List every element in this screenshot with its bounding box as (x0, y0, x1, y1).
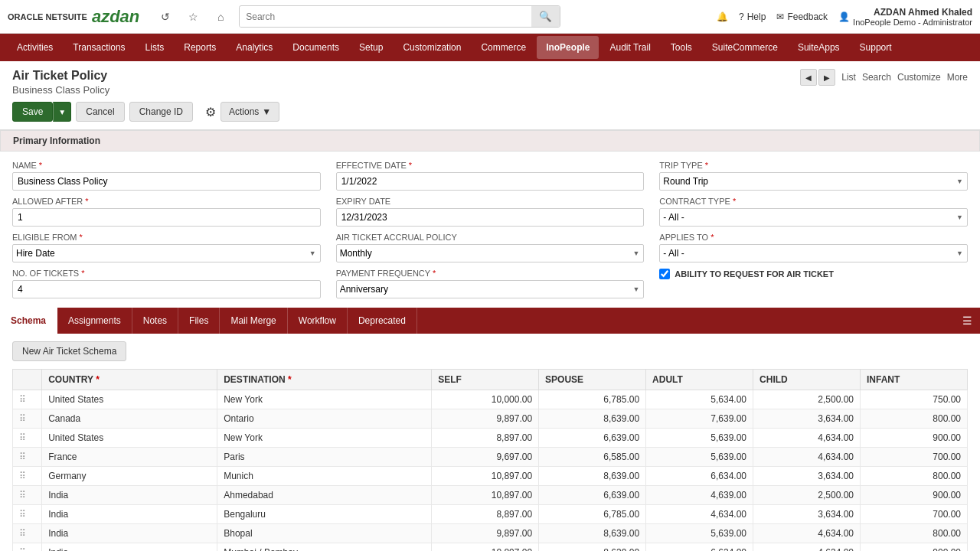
child-cell: 4,634.00 (753, 524, 861, 543)
list-link[interactable]: List (841, 72, 856, 83)
expiry-date-input[interactable] (336, 208, 645, 227)
destination-cell: Munich (217, 467, 432, 486)
eligible-from-select[interactable]: Hire Date Join Date Start Date (12, 244, 321, 262)
cancel-button[interactable]: Cancel (76, 102, 124, 122)
effective-date-label: EFFECTIVE DATE * (336, 161, 645, 170)
adult-cell: 5,639.00 (646, 448, 753, 467)
user-menu[interactable]: 👤 AZDAN Ahmed Khaled InoPeople Demo - Ad… (838, 7, 972, 27)
effective-date-input[interactable] (336, 172, 645, 191)
spouse-cell: 6,639.00 (539, 429, 646, 448)
allowed-after-label: ALLOWED AFTER * (12, 197, 321, 206)
top-bar: ORACLE NETSUITE azdan ↺ ☆ ⌂ 🔍 🔔 ? Help ✉… (0, 0, 980, 34)
nav-reports[interactable]: Reports (175, 36, 225, 59)
contract-type-group: CONTRACT TYPE * - All - Full Time Part T… (659, 197, 968, 227)
new-schema-button[interactable]: New Air Ticket Schema (12, 341, 126, 361)
ability-to-request-label: ABILITY TO REQUEST FOR AIR TICKET (675, 269, 834, 279)
drag-handle[interactable]: ⠿ (13, 524, 42, 543)
home-icon[interactable]: ⌂ (210, 6, 231, 28)
tab-mail-merge[interactable]: Mail Merge (220, 308, 287, 334)
infant-cell: 700.00 (861, 505, 968, 524)
allowed-after-input[interactable] (12, 208, 321, 227)
nav-suiteapps[interactable]: SuiteApps (789, 36, 849, 59)
nav-support[interactable]: Support (851, 36, 901, 59)
feedback-button[interactable]: ✉ Feedback (776, 11, 828, 22)
search-input[interactable] (240, 7, 531, 27)
nav-customization[interactable]: Customization (394, 36, 470, 59)
form-col-1: NAME * ALLOWED AFTER * ELIGIBLE FROM * (12, 161, 321, 298)
nav-setup[interactable]: Setup (350, 36, 392, 59)
search-button[interactable]: 🔍 (531, 6, 560, 27)
self-cell: 9,897.00 (432, 409, 539, 429)
tab-assignments[interactable]: Assignments (57, 308, 132, 334)
save-dropdown-button[interactable]: ▼ (53, 102, 71, 122)
trip-type-select[interactable]: Round Trip One Way (659, 172, 968, 191)
drag-handle[interactable]: ⠿ (13, 467, 42, 486)
destination-cell: New York (217, 429, 432, 448)
adult-cell: 6,634.00 (646, 543, 753, 552)
tab-collapse-button[interactable]: ☰ (955, 310, 980, 331)
drag-handle[interactable]: ⠿ (13, 390, 42, 409)
drag-handle[interactable]: ⠿ (13, 448, 42, 467)
accrual-policy-group: AIR TICKET ACCRUAL POLICY Monthly Quarte… (336, 233, 645, 262)
accrual-policy-select[interactable]: Monthly Quarterly Annually (336, 244, 645, 262)
nav-back-button[interactable]: ◀ (800, 69, 817, 86)
tab-notes[interactable]: Notes (132, 308, 178, 334)
ability-to-request-checkbox[interactable] (659, 269, 670, 279)
page-title: Air Ticket Policy (12, 69, 109, 83)
customize-link[interactable]: Customize (897, 72, 941, 83)
adult-cell: 4,634.00 (646, 505, 753, 524)
drag-handle[interactable]: ⠿ (13, 543, 42, 552)
nav-analytics[interactable]: Analytics (227, 36, 282, 59)
tab-schema[interactable]: Schema (0, 308, 57, 334)
drag-handle[interactable]: ⠿ (13, 505, 42, 524)
drag-handle[interactable]: ⠿ (13, 409, 42, 429)
help-button[interactable]: ? Help (739, 11, 766, 22)
search-link[interactable]: Search (862, 72, 891, 83)
actions-button[interactable]: Actions ▼ (220, 102, 279, 122)
name-input[interactable] (12, 172, 321, 191)
tab-workflow[interactable]: Workflow (288, 308, 348, 334)
country-col-header: COUNTRY * (42, 370, 217, 390)
table-row: ⠿ Germany Munich 10,897.00 8,639.00 6,63… (13, 467, 968, 486)
table-row: ⠿ India Ahmedabad 10,897.00 6,639.00 4,6… (13, 486, 968, 505)
nav-forward-button[interactable]: ▶ (818, 69, 835, 86)
nav-transactions[interactable]: Transactions (64, 36, 134, 59)
azdan-logo: azdan (92, 7, 139, 27)
self-cell: 10,897.00 (432, 467, 539, 486)
child-cell: 4,634.00 (753, 448, 861, 467)
drag-handle[interactable]: ⠿ (13, 429, 42, 448)
nav-commerce[interactable]: Commerce (472, 36, 535, 59)
spouse-cell: 6,639.00 (539, 486, 646, 505)
refresh-icon[interactable]: ↺ (155, 6, 176, 28)
drag-col-header (13, 370, 42, 390)
nav-lists[interactable]: Lists (136, 36, 174, 59)
nav-documents[interactable]: Documents (283, 36, 348, 59)
star-icon[interactable]: ☆ (182, 6, 204, 28)
nav-audit-trail[interactable]: Audit Trail (600, 36, 659, 59)
drag-handle[interactable]: ⠿ (13, 486, 42, 505)
contract-type-select[interactable]: - All - Full Time Part Time (659, 208, 968, 227)
nav-tools[interactable]: Tools (662, 36, 701, 59)
top-right-actions: 🔔 ? Help ✉ Feedback 👤 AZDAN Ahmed Khaled… (717, 7, 972, 27)
infant-cell: 800.00 (861, 467, 968, 486)
save-button[interactable]: Save (12, 102, 53, 122)
adult-cell: 5,634.00 (646, 390, 753, 409)
child-cell: 2,500.00 (753, 486, 861, 505)
nav-inopeople[interactable]: InoPeople (537, 36, 599, 59)
more-link[interactable]: More (947, 72, 968, 83)
effective-date-group: EFFECTIVE DATE * (336, 161, 645, 191)
tab-deprecated[interactable]: Deprecated (348, 308, 417, 334)
payment-freq-select[interactable]: Anniversary Monthly Quarterly (336, 280, 645, 298)
expiry-date-group: EXPIRY DATE (336, 197, 645, 227)
applies-to-label: APPLIES TO * (659, 233, 968, 242)
no-of-tickets-input[interactable] (12, 280, 321, 298)
tab-files[interactable]: Files (178, 308, 220, 334)
change-id-button[interactable]: Change ID (129, 102, 193, 122)
notifications-button[interactable]: 🔔 (717, 11, 728, 22)
adult-cell: 6,634.00 (646, 467, 753, 486)
user-info: AZDAN Ahmed Khaled InoPeople Demo - Admi… (853, 7, 972, 27)
applies-to-select[interactable]: - All - Employee Manager (659, 244, 968, 262)
nav-suitecommerce[interactable]: SuiteCommerce (703, 36, 787, 59)
self-cell: 10,000.00 (432, 390, 539, 409)
nav-activities[interactable]: Activities (8, 36, 62, 59)
